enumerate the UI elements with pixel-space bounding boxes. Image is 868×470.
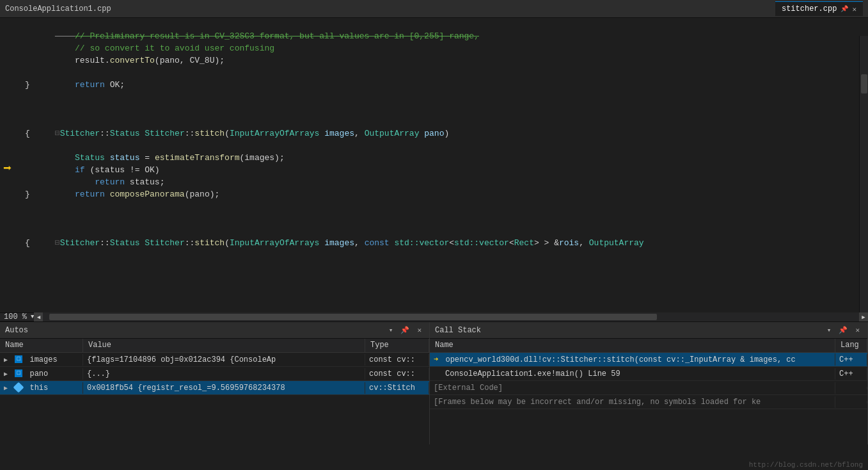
callstack-lang-2 xyxy=(835,387,867,389)
callstack-row-3[interactable]: [Frames below may be incorrect and/or mi… xyxy=(430,395,867,409)
autos-row-images[interactable]: ▶ □ images {flags=17104896 obj=0x012ac39… xyxy=(0,353,429,367)
callstack-lang-0: C++ xyxy=(835,354,867,366)
autos-type-pano: const cv:: xyxy=(365,368,429,380)
col-header-type: Type xyxy=(365,339,429,352)
autos-value-images: {flags=17104896 obj=0x012ac394 {ConsoleA… xyxy=(83,354,365,366)
code-line xyxy=(25,91,868,103)
callstack-panel-titlebar: Call Stack ▾ 📌 ✕ xyxy=(430,322,867,339)
callstack-name-1: ConsoleApplication1.exe!main() Line 59 xyxy=(430,368,835,380)
callstack-col-header-lang: Lang xyxy=(835,339,867,352)
autos-panel-title: Autos xyxy=(5,326,384,335)
bottom-panels: Autos ▾ 📌 ✕ Name Value Type ▶ xyxy=(0,321,868,444)
icon-box-pano: □ xyxy=(15,369,22,377)
scroll-thumb[interactable] xyxy=(49,314,657,320)
title-bar: ConsoleApplication1.cpp stitcher.cpp 📌 ✕ xyxy=(0,0,868,18)
cs-current-arrow: ➜ xyxy=(434,355,438,364)
callstack-name-2: [External Code] xyxy=(430,382,835,394)
debug-arrow-indicator: ⮕ xyxy=(3,164,12,174)
icon-diamond-this xyxy=(13,382,24,393)
code-content[interactable]: // Preliminary result is in CV_32SC3 for… xyxy=(22,18,868,312)
callstack-pin-btn[interactable]: 📌 xyxy=(836,325,850,336)
callstack-col-header-name: Name xyxy=(430,339,835,352)
code-line: return OK; xyxy=(25,67,868,79)
watermark: http://blog.csdn.net/bflong xyxy=(744,460,868,470)
callstack-table-header: Name Lang xyxy=(430,339,867,353)
callstack-row-0[interactable]: ➜ opencv_world300d.dll!cv::Stitcher::sti… xyxy=(430,353,867,367)
callstack-close-btn[interactable]: ✕ xyxy=(853,325,862,336)
col-header-value: Value xyxy=(83,339,365,352)
icon-box-images: □ xyxy=(15,355,22,363)
code-line xyxy=(25,213,868,225)
callstack-dropdown-btn[interactable]: ▾ xyxy=(825,325,834,336)
autos-type-this: cv::Stitch xyxy=(365,382,429,394)
callstack-lang-1: C++ xyxy=(835,368,867,380)
expand-arrow-images[interactable]: ▶ xyxy=(4,357,8,364)
code-line: ⊟Stitcher::Status Stitcher::stitch(Input… xyxy=(25,115,868,127)
autos-table-header: Name Value Type xyxy=(0,339,429,353)
scroll-right-button[interactable]: ▶ xyxy=(859,312,868,321)
inactive-tab[interactable]: ConsoleApplication1.cpp xyxy=(5,4,775,13)
code-line: ⊟Stitcher::Status Stitcher::stitch(Input… xyxy=(25,225,868,237)
expand-arrow-pano[interactable]: ▶ xyxy=(4,371,8,378)
scroll-track[interactable] xyxy=(43,312,859,321)
autos-name-images: ▶ □ images xyxy=(0,354,83,366)
callstack-row-1[interactable]: ConsoleApplication1.exe!main() Line 59 C… xyxy=(430,367,867,381)
active-tab[interactable]: stitcher.cpp 📌 ✕ xyxy=(775,1,863,16)
code-line: Status status = estimateTransform(images… xyxy=(25,140,868,152)
code-editor: ⮕ // Preliminary result is in CV_32SC3 f… xyxy=(0,18,868,312)
callstack-row-2[interactable]: [External Code] xyxy=(430,381,867,395)
pin-icon[interactable]: 📌 xyxy=(840,5,848,13)
autos-type-images: const cv:: xyxy=(365,354,429,366)
scroll-left-button[interactable]: ◀ xyxy=(34,312,43,321)
v-scroll-thumb[interactable] xyxy=(861,74,867,93)
code-line: // Preliminary result is in CV_32SC3 for… xyxy=(25,18,868,30)
code-line: } xyxy=(25,79,868,91)
autos-row-this[interactable]: ▶ this 0x0018fb54 {registr_resol_=9.5695… xyxy=(0,381,429,395)
autos-dropdown-btn[interactable]: ▾ xyxy=(386,325,396,336)
callstack-panel: Call Stack ▾ 📌 ✕ Name Lang ➜ opencv_worl… xyxy=(430,322,868,444)
vertical-scrollbar[interactable] xyxy=(859,36,868,312)
autos-name-this: ▶ this xyxy=(0,382,83,394)
tab-label: stitcher.cpp xyxy=(782,4,837,13)
autos-pin-btn[interactable]: 📌 xyxy=(398,325,412,336)
callstack-name-0: ➜ opencv_world300d.dll!cv::Stitcher::sti… xyxy=(430,353,835,366)
callstack-table: Name Lang ➜ opencv_world300d.dll!cv::Sti… xyxy=(430,339,867,444)
zoom-level: 100 % xyxy=(0,312,31,321)
callstack-panel-title: Call Stack xyxy=(435,326,822,335)
horizontal-scrollbar-container: 100 % ▼ ◀ ▶ xyxy=(0,312,868,321)
autos-row-pano[interactable]: ▶ □ pano {...} const cv:: xyxy=(0,367,429,381)
autos-name-pano: ▶ □ pano xyxy=(0,368,83,380)
col-header-name: Name xyxy=(0,339,83,352)
autos-panel-titlebar: Autos ▾ 📌 ✕ xyxy=(0,322,429,339)
autos-table: Name Value Type ▶ □ images {flags=171048… xyxy=(0,339,429,444)
autos-value-this: 0x0018fb54 {registr_resol_=9.56959768234… xyxy=(83,382,365,394)
expand-arrow-this[interactable]: ▶ xyxy=(4,385,8,392)
callstack-name-3: [Frames below may be incorrect and/or mi… xyxy=(430,396,835,408)
close-icon[interactable]: ✕ xyxy=(852,5,856,13)
autos-close-btn[interactable]: ✕ xyxy=(414,325,424,336)
code-line xyxy=(25,200,868,213)
code-line xyxy=(25,103,868,115)
autos-panel: Autos ▾ 📌 ✕ Name Value Type ▶ xyxy=(0,322,430,444)
callstack-lang-3 xyxy=(835,401,867,403)
autos-value-pano: {...} xyxy=(83,368,365,380)
